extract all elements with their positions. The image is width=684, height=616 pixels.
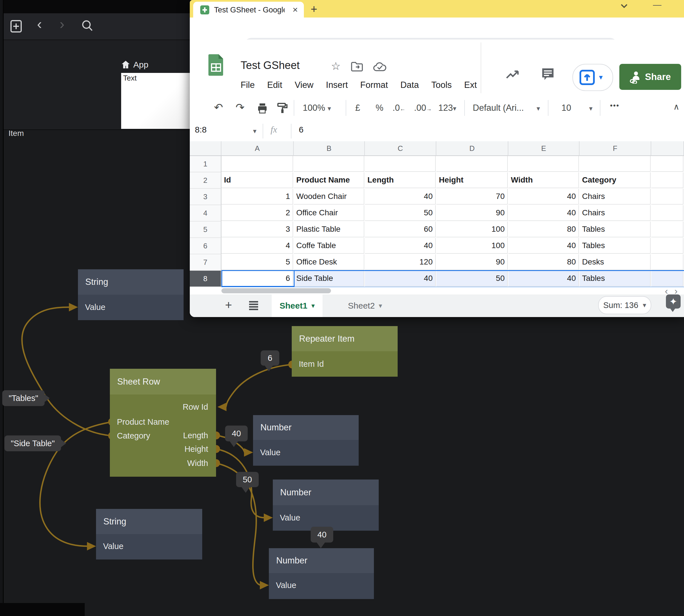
- currency-format-button[interactable]: £: [355, 103, 360, 113]
- zoom-select[interactable]: 100% ▾: [303, 103, 331, 113]
- cell-D4[interactable]: 90: [436, 205, 508, 221]
- decrease-decimal-button[interactable]: .0←: [392, 103, 406, 113]
- cell-E4[interactable]: 40: [508, 205, 579, 221]
- print-icon[interactable]: [256, 102, 268, 114]
- scrollbar-thumb[interactable]: [222, 288, 331, 293]
- column-header-g[interactable]: [651, 141, 684, 156]
- star-document-icon[interactable]: ☆: [331, 60, 341, 72]
- paint-format-icon[interactable]: [277, 102, 289, 114]
- cell-A6[interactable]: 4: [222, 238, 293, 254]
- comment-icon[interactable]: [541, 67, 555, 81]
- cell-G1[interactable]: [651, 156, 683, 172]
- cell-E7[interactable]: 80: [508, 254, 579, 270]
- cell-C5[interactable]: 60: [365, 222, 436, 237]
- cell-C7[interactable]: 120: [365, 254, 436, 270]
- cell-G7[interactable]: [651, 254, 683, 270]
- cell-D6[interactable]: 100: [436, 238, 508, 254]
- document-title[interactable]: Test GSheet: [241, 59, 300, 71]
- cell-C3[interactable]: 40: [365, 189, 436, 204]
- row-header-2[interactable]: 2: [190, 172, 222, 189]
- cell-G8[interactable]: [651, 271, 683, 287]
- add-sheet-icon[interactable]: +: [225, 299, 232, 312]
- menu-data[interactable]: Data: [401, 80, 419, 90]
- percent-format-button[interactable]: %: [375, 103, 384, 113]
- node-string-1[interactable]: StringValue: [78, 269, 184, 320]
- insights-chart-icon[interactable]: [505, 68, 521, 80]
- sheets-logo[interactable]: [208, 54, 224, 76]
- cell-F5[interactable]: Tables: [579, 222, 651, 237]
- column-header-A[interactable]: A: [222, 141, 294, 156]
- cell-F1[interactable]: [579, 156, 651, 172]
- undo-icon[interactable]: ↶: [214, 101, 223, 114]
- cell-A3[interactable]: 1: [222, 189, 293, 204]
- cell-B8[interactable]: Side Table: [294, 271, 364, 287]
- cell-E6[interactable]: 40: [508, 238, 579, 254]
- cell-F2[interactable]: Category: [579, 172, 651, 188]
- cell-A7[interactable]: 5: [222, 254, 293, 270]
- move-folder-icon[interactable]: [351, 62, 363, 72]
- name-box[interactable]: 8:8: [195, 125, 254, 134]
- cell-E1[interactable]: [508, 156, 579, 172]
- cell-B3[interactable]: Wooden Chair: [294, 189, 364, 204]
- sum-indicator[interactable]: Sum: 136▾: [598, 296, 651, 314]
- window-chevron-icon[interactable]: [619, 2, 629, 10]
- cell-G3[interactable]: [651, 189, 683, 204]
- port-height[interactable]: Height: [184, 444, 208, 454]
- row-header-4[interactable]: 4: [190, 205, 222, 222]
- all-sheets-icon[interactable]: [249, 301, 259, 310]
- cloud-status-icon[interactable]: [373, 62, 387, 72]
- present-button[interactable]: ▾: [572, 64, 613, 91]
- row-header-7[interactable]: 7: [190, 254, 222, 271]
- port-item-id[interactable]: Item Id: [299, 359, 324, 369]
- explore-icon[interactable]: ✦: [666, 294, 681, 309]
- menu-insert[interactable]: Insert: [326, 80, 348, 90]
- row-header-6[interactable]: 6: [190, 238, 222, 254]
- cell-C1[interactable]: [365, 156, 436, 172]
- share-button[interactable]: Share: [619, 64, 681, 90]
- port-value[interactable]: Value: [260, 448, 280, 457]
- increase-decimal-button[interactable]: .00→: [414, 103, 432, 113]
- cell-B7[interactable]: Office Desk: [294, 254, 364, 270]
- cell-C6[interactable]: 40: [365, 238, 436, 254]
- menu-tools[interactable]: Tools: [431, 80, 452, 90]
- row-header-3[interactable]: 3: [190, 189, 222, 205]
- column-header-B[interactable]: B: [294, 141, 365, 156]
- cell-E5[interactable]: 80: [508, 222, 579, 237]
- column-header-D[interactable]: D: [436, 141, 508, 156]
- row-header-8[interactable]: 8: [190, 271, 222, 287]
- cell-D2[interactable]: Height: [436, 172, 508, 188]
- cell-C4[interactable]: 50: [365, 205, 436, 221]
- cell-F8[interactable]: Tables: [579, 271, 651, 287]
- browser-tab[interactable]: Test GSheet - Google Sheets ×: [193, 2, 304, 18]
- cell-G6[interactable]: [651, 238, 683, 254]
- cell-B5[interactable]: Plastic Table: [294, 222, 364, 237]
- app-breadcrumb[interactable]: App: [121, 60, 148, 69]
- name-box-caret-icon[interactable]: ▾: [253, 127, 256, 135]
- menu-edit[interactable]: Edit: [267, 80, 282, 90]
- cell-B1[interactable]: [294, 156, 364, 172]
- nav-forward-icon[interactable]: ›: [60, 16, 64, 32]
- more-formats-button[interactable]: 123▾: [438, 103, 456, 113]
- formula-input[interactable]: 6: [299, 125, 303, 134]
- cell-F3[interactable]: Chairs: [579, 189, 651, 204]
- cell-C2[interactable]: Length: [365, 172, 436, 188]
- port-length[interactable]: Length: [183, 431, 208, 440]
- cell-A2[interactable]: Id: [222, 172, 293, 188]
- cell-A8[interactable]: 6: [222, 271, 293, 287]
- sheet-tab-caret-icon[interactable]: ▾: [311, 302, 315, 310]
- port-product-name[interactable]: Product Name: [117, 417, 169, 427]
- cell-D3[interactable]: 70: [436, 189, 508, 204]
- port-value[interactable]: Value: [276, 581, 296, 590]
- cell-A1[interactable]: [222, 156, 293, 172]
- cell-A4[interactable]: 2: [222, 205, 293, 221]
- node-sheet-row[interactable]: Sheet RowProduct NameCategoryRow IdLengt…: [110, 369, 216, 477]
- cell-F4[interactable]: Chairs: [579, 205, 651, 221]
- cell-B6[interactable]: Coffe Table: [294, 238, 364, 254]
- node-number-2[interactable]: NumberValue: [273, 480, 379, 531]
- cell-D8[interactable]: 50: [436, 271, 508, 287]
- port-value[interactable]: Value: [85, 303, 105, 312]
- toolbar-more-button[interactable]: •••: [610, 101, 619, 110]
- cell-E3[interactable]: 40: [508, 189, 579, 204]
- collapse-toolbar-icon[interactable]: ∧: [673, 102, 680, 112]
- menu-format[interactable]: Format: [360, 80, 388, 90]
